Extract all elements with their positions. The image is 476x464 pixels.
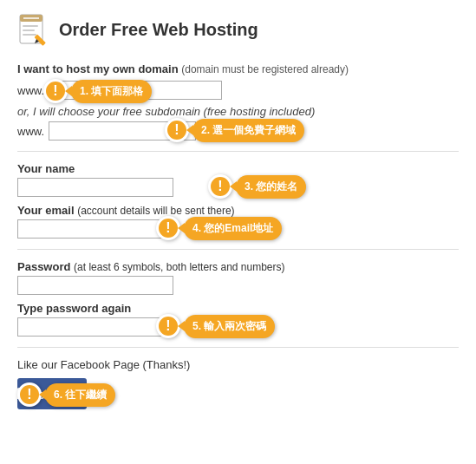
domain-section: I want to host my own domain (domain mus… bbox=[17, 62, 459, 141]
or-line: or, I will choose your free subdomain (f… bbox=[17, 105, 459, 118]
svg-rect-4 bbox=[23, 29, 35, 31]
annotation-3-bubble: 3. 您的姓名 bbox=[236, 175, 306, 199]
domain-row: www. ! 1. 填下面那格 bbox=[17, 81, 459, 100]
hosting-icon bbox=[17, 13, 50, 46]
name-label: Your name bbox=[17, 162, 459, 175]
annotation-5-bubble: 5. 輸入兩次密碼 bbox=[184, 315, 275, 338]
divider-1 bbox=[17, 151, 459, 152]
password-note: (at least 6 symbols, both letters and nu… bbox=[74, 261, 284, 273]
facebook-button[interactable]: f facebook bbox=[17, 378, 87, 409]
like-label: Like our Facebook Page (Thanks!) bbox=[17, 358, 190, 371]
www-prefix-2: www. bbox=[17, 125, 44, 138]
svg-rect-5 bbox=[23, 34, 36, 36]
confirm-section: Type password again ! 5. 輸入兩次密碼 bbox=[17, 302, 459, 337]
www-prefix: www. bbox=[17, 84, 44, 97]
domain-label: I want to host my own domain (domain mus… bbox=[17, 62, 459, 77]
like-section: Like our Facebook Page (Thanks!) f faceb… bbox=[17, 358, 459, 409]
divider-2 bbox=[17, 249, 459, 250]
email-input[interactable] bbox=[17, 219, 173, 239]
divider-3 bbox=[17, 347, 459, 348]
page-title: Order Free Web Hosting bbox=[59, 20, 258, 40]
name-input[interactable] bbox=[17, 178, 173, 197]
domain-note: (domain must be registered already) bbox=[181, 63, 349, 75]
confirm-input[interactable] bbox=[17, 317, 173, 337]
main-container: Order Free Web Hosting I want to host my… bbox=[17, 13, 459, 409]
domain-suffix: .web44.net bbox=[200, 125, 256, 138]
domain-input[interactable] bbox=[49, 81, 222, 100]
page-header: Order Free Web Hosting bbox=[17, 13, 459, 46]
password-label: Password (at least 6 symbols, both lette… bbox=[17, 260, 459, 273]
password-section: Password (at least 6 symbols, both lette… bbox=[17, 260, 459, 295]
annotation-4-bubble: 4. 您的Email地址 bbox=[184, 217, 282, 240]
fb-f-icon: f bbox=[16, 385, 22, 403]
password-input[interactable] bbox=[17, 276, 173, 295]
email-label: Your email (account details will be sent… bbox=[17, 204, 459, 217]
annotation-3-icon: ! bbox=[208, 174, 232, 199]
facebook-like: f facebook bbox=[17, 374, 190, 409]
name-section: Your name ! 3. 您的姓名 bbox=[17, 162, 459, 197]
email-section: Your email (account details will be sent… bbox=[17, 204, 459, 239]
facebook-text: facebook bbox=[24, 387, 88, 402]
svg-rect-3 bbox=[23, 25, 38, 27]
confirm-label: Type password again bbox=[17, 302, 459, 315]
subdomain-row: www. .web44.net ! 2. 選一個免費子網域 bbox=[17, 121, 459, 141]
email-note: (account details will be sent there) bbox=[77, 205, 234, 217]
subdomain-input[interactable] bbox=[49, 121, 196, 141]
